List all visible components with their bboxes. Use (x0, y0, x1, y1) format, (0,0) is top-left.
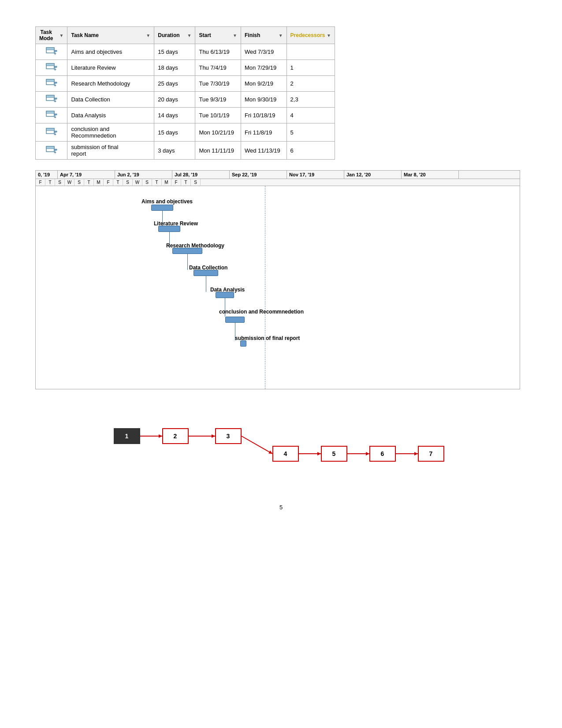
gantt-subheader-cell: W (133, 179, 142, 186)
gantt-connector (187, 254, 188, 270)
gantt-task-bar (240, 340, 246, 347)
th-task-mode-label: TaskMode (39, 29, 53, 41)
predecessors-cell: 2,3 (287, 92, 335, 108)
duration-cell: 18 days (154, 60, 195, 76)
table-row: Data Collection20 daysTue 9/3/19Mon 9/30… (36, 92, 335, 108)
page-number-value: 5 (279, 504, 283, 511)
gantt-subheader-cell: S (142, 179, 152, 186)
gantt-task-bar (158, 226, 180, 232)
gantt-header-cell: 0, '19 (36, 171, 58, 179)
svg-rect-25 (46, 111, 54, 113)
task-mode-icon (45, 78, 58, 88)
th-task-mode-arrow[interactable]: ▼ (60, 33, 64, 38)
gantt-subheader-cell: T (45, 179, 55, 186)
finish-cell: Fri 10/18/19 (241, 108, 287, 123)
duration-cell: 14 days (154, 108, 195, 123)
svg-marker-41 (54, 152, 56, 153)
table-row: conclusion and Recommnedetion15 daysMon … (36, 123, 335, 142)
th-predecessors-arrow[interactable]: ▼ (327, 33, 331, 38)
task-name-cell: submission of final report (67, 142, 154, 160)
th-predecessors[interactable]: Predecessors ▼ (287, 27, 335, 44)
finish-cell: Fri 11/8/19 (241, 123, 287, 142)
predecessors-cell: 6 (287, 142, 335, 160)
th-duration-arrow[interactable]: ▼ (187, 33, 192, 38)
network-node: 2 (162, 428, 189, 444)
gantt-header-row: 0, '19Apr 7, '19Jun 2, '19Jul 28, '19Sep… (36, 171, 520, 179)
svg-rect-13 (46, 79, 54, 82)
table-row: Aims and objectives15 daysThu 6/13/19Wed… (36, 44, 335, 60)
svg-marker-47 (268, 451, 272, 454)
gantt-task-bar (151, 205, 173, 211)
svg-rect-1 (46, 48, 54, 50)
network-diagram: 1234567 (105, 407, 458, 478)
network-node: 6 (369, 446, 396, 462)
predecessors-cell (287, 44, 335, 60)
task-mode-icon (45, 110, 58, 119)
gantt-task-bar (225, 317, 245, 323)
table-row: submission of final report3 daysMon 11/1… (36, 142, 335, 160)
duration-cell: 15 days (154, 123, 195, 142)
gantt-subheader-cell: F (171, 179, 181, 186)
page-number: 5 (35, 504, 527, 511)
th-task-mode[interactable]: TaskMode ▼ (36, 27, 67, 44)
th-task-name-label: Task Name (71, 32, 98, 38)
gantt-task-label: conclusion and Recommnedetion (219, 309, 304, 315)
gantt-header-cell: Mar 8, '20 (402, 171, 459, 179)
task-name-cell: Literature Review (67, 60, 154, 76)
table-row: Literature Review18 daysThu 7/4/19Mon 7/… (36, 60, 335, 76)
finish-cell: Mon 7/29/19 (241, 60, 287, 76)
gantt-header-cell: Jan 12, '20 (344, 171, 402, 179)
svg-line-46 (242, 436, 272, 454)
th-start[interactable]: Start ▼ (195, 27, 241, 44)
task-mode-icon (45, 62, 58, 72)
duration-cell: 20 days (154, 92, 195, 108)
finish-cell: Mon 9/30/19 (241, 92, 287, 108)
task-name-cell: Aims and objectives (67, 44, 154, 60)
finish-cell: Mon 9/2/19 (241, 76, 287, 92)
gantt-task-bar (194, 270, 218, 276)
task-mode-cell (36, 108, 67, 123)
th-finish-arrow[interactable]: ▼ (279, 33, 283, 38)
finish-cell: Wed 11/13/19 (241, 142, 287, 160)
start-cell: Mon 10/21/19 (195, 123, 241, 142)
gantt-subheader-cell: T (113, 179, 123, 186)
task-mode-cell (36, 44, 67, 60)
network-node: 3 (215, 428, 242, 444)
task-name-cell: conclusion and Recommnedetion (67, 123, 154, 142)
predecessors-cell: 1 (287, 60, 335, 76)
finish-cell: Wed 7/3/19 (241, 44, 287, 60)
gantt-task-bar (216, 292, 234, 298)
start-cell: Tue 7/30/19 (195, 76, 241, 92)
network-node: 4 (272, 446, 299, 462)
svg-marker-43 (159, 434, 162, 438)
gantt-subheader-cell: F (36, 179, 45, 186)
task-mode-cell (36, 142, 67, 160)
th-task-name-arrow[interactable]: ▼ (146, 33, 150, 38)
th-start-arrow[interactable]: ▼ (233, 33, 237, 38)
th-task-name[interactable]: Task Name ▼ (67, 27, 154, 44)
th-duration[interactable]: Duration ▼ (154, 27, 195, 44)
predecessors-cell: 5 (287, 123, 335, 142)
gantt-subheader-cell: T (84, 179, 94, 186)
th-predecessors-label: Predecessors (290, 32, 325, 38)
gantt-subheader-cell: F (104, 179, 113, 186)
task-mode-cell (36, 92, 67, 108)
task-mode-icon (45, 94, 58, 104)
th-finish[interactable]: Finish ▼ (241, 27, 287, 44)
gantt-table: TaskMode ▼ Task Name ▼ Duration ▼ Start (35, 26, 335, 160)
svg-marker-17 (54, 85, 56, 86)
gantt-subheader-cell: S (55, 179, 65, 186)
gantt-subheader-cell: T (152, 179, 162, 186)
svg-rect-31 (46, 128, 54, 131)
duration-cell: 15 days (154, 44, 195, 60)
start-cell: Mon 11/11/19 (195, 142, 241, 160)
th-start-label: Start (199, 32, 211, 38)
task-name-cell: Data Analysis (67, 108, 154, 123)
network-node: 7 (418, 446, 444, 462)
svg-rect-37 (46, 146, 54, 149)
gantt-header-cell: Apr 7, '19 (58, 171, 115, 179)
svg-marker-35 (54, 134, 56, 135)
svg-rect-19 (46, 95, 54, 97)
table-row: Research Methodology25 daysTue 7/30/19Mo… (36, 76, 335, 92)
start-cell: Thu 7/4/19 (195, 60, 241, 76)
